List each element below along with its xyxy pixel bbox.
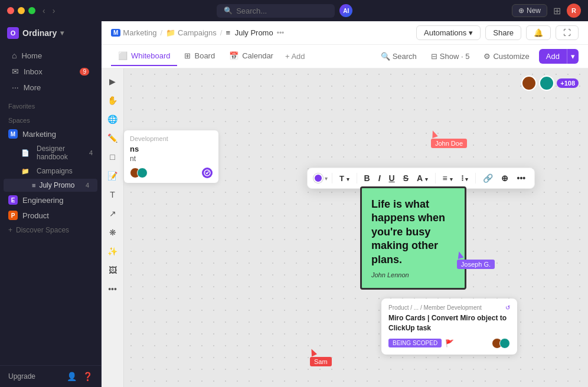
add-view-button[interactable]: + Add xyxy=(280,47,310,65)
task-title: Miro Cards | Convert Miro object to Clic… xyxy=(388,313,510,333)
close-window-btn[interactable] xyxy=(7,7,14,14)
more-tools[interactable]: ••• xyxy=(104,281,121,297)
main-layout: O Ordinary ▾ ⌂ Home ✉ Inbox 9 ··· More F… xyxy=(0,21,588,387)
user-avatar[interactable]: R xyxy=(567,4,581,18)
tab-board[interactable]: ⊞ Board xyxy=(177,47,222,66)
campaigns-icon: 📁 xyxy=(21,168,30,175)
sidebar-header: O Ordinary ▾ xyxy=(0,21,101,45)
new-button[interactable]: ⊕ New xyxy=(512,4,547,17)
task-card[interactable]: Product / ... / Member Development ↺ Mir… xyxy=(381,299,517,355)
whiteboard-canvas[interactable]: ▶ ✋ 🌐 ✏️ □ 📝 T ↗ ❋ ✨ 🖼 ••• +108 xyxy=(102,68,588,387)
sticky-tool[interactable]: 📝 xyxy=(104,168,121,184)
color-chevron: ▾ xyxy=(325,175,328,182)
sep-1: / xyxy=(160,28,162,37)
notifications-button[interactable]: 🔔 xyxy=(526,25,551,40)
board-icon: ⊞ xyxy=(184,51,191,60)
search-action[interactable]: 🔍 Search xyxy=(376,50,422,63)
show-icon: ⊟ xyxy=(431,52,437,61)
underline-tool[interactable]: U xyxy=(386,172,398,185)
plus-icon: ⊕ xyxy=(518,6,524,15)
maximize-window-btn[interactable] xyxy=(28,7,35,14)
window-controls xyxy=(7,7,35,14)
john-cursor: John Doe xyxy=(431,130,467,148)
list-icon: ≡ xyxy=(226,28,230,37)
mindmap-tool[interactable]: ❋ xyxy=(104,224,121,241)
sam-label: Sam xyxy=(310,357,332,366)
flag-icon: 🚩 xyxy=(445,339,454,347)
color-picker[interactable]: ▾ xyxy=(313,173,328,183)
chevron-down-icon: ▾ xyxy=(469,28,473,37)
sep2 xyxy=(357,173,357,183)
breadcrumb-campaigns[interactable]: 📁 Campaigns xyxy=(166,28,217,37)
sidebar-item-campaigns[interactable]: 📁 Campaigns xyxy=(0,165,101,178)
discover-spaces-link[interactable]: + Discover Spaces xyxy=(0,223,101,237)
search-bar[interactable]: 🔍 xyxy=(217,4,335,18)
upgrade-button[interactable]: Upgrade xyxy=(8,372,35,381)
customize-action[interactable]: ⚙ Customize xyxy=(479,50,534,63)
nav-back-btn[interactable]: ‹ xyxy=(40,5,48,17)
quote-author: John Lennon xyxy=(371,271,455,278)
sidebar-item-inbox[interactable]: ✉ Inbox 9 xyxy=(4,64,97,79)
link-tool[interactable]: 🔗 xyxy=(480,172,496,185)
minimize-window-btn[interactable] xyxy=(18,7,25,14)
pen-tool[interactable]: ✏️ xyxy=(104,130,121,146)
font-size-tool[interactable]: T ▾ xyxy=(337,172,352,185)
sidebar-item-marketing[interactable]: M Marketing xyxy=(0,127,101,141)
marketing-icon: M xyxy=(8,129,18,139)
align-tool[interactable]: ≡ ▾ xyxy=(440,172,456,185)
list-tool[interactable]: ⁝ ▾ xyxy=(458,172,472,185)
strikethrough-tool[interactable]: S xyxy=(400,172,411,185)
connector-tool[interactable]: ↗ xyxy=(104,205,121,222)
add-dropdown-button[interactable]: ▾ xyxy=(567,49,579,64)
workspace-name[interactable]: O Ordinary ▾ xyxy=(7,27,64,39)
breadcrumb-more[interactable]: ••• xyxy=(277,29,285,37)
tab-calendar[interactable]: 📅 Calendar xyxy=(222,47,280,66)
fullscreen-button[interactable]: ⛶ xyxy=(556,25,579,40)
text-color-tool[interactable]: A ▾ xyxy=(414,172,430,185)
hand-tool[interactable]: ✋ xyxy=(104,92,121,109)
ai-tool[interactable]: ✨ xyxy=(104,243,121,260)
gear-icon: ⚙ xyxy=(484,52,491,61)
grid-icon[interactable]: ⊞ xyxy=(553,5,561,17)
partial-card-header: Development xyxy=(130,135,213,142)
sidebar-item-designer-handbook[interactable]: 📄 Designer handbook 4 xyxy=(0,142,101,163)
partial-card-title1: ns xyxy=(130,145,213,153)
automations-button[interactable]: Automations ▾ xyxy=(416,25,481,40)
template-tool[interactable]: 🌐 xyxy=(104,111,121,127)
nav-arrows: ‹ › xyxy=(40,5,57,17)
ai-badge[interactable]: AI xyxy=(339,4,352,17)
help-icon[interactable]: ❓ xyxy=(83,372,93,381)
text-tool[interactable]: T xyxy=(104,186,121,203)
workspace-icon: O xyxy=(7,27,19,39)
share-button[interactable]: Share xyxy=(485,25,521,40)
italic-tool[interactable]: I xyxy=(375,172,384,185)
breadcrumb-marketing[interactable]: M Marketing xyxy=(111,28,156,37)
partial-card-title2: nt xyxy=(130,155,213,163)
shape-tool[interactable]: □ xyxy=(104,149,121,165)
show-action[interactable]: ⊟ Show · 5 xyxy=(426,50,475,63)
tabs-right: 🔍 Search ⊟ Show · 5 ⚙ Customize Add ▾ xyxy=(376,49,579,64)
select-tool[interactable]: ▶ xyxy=(104,73,121,90)
more-tool[interactable]: ••• xyxy=(514,172,528,185)
tab-whiteboard[interactable]: ⬜ Whiteboard xyxy=(111,47,177,66)
user-icon[interactable]: 👤 xyxy=(67,372,77,381)
home-icon: ⌂ xyxy=(12,51,17,60)
task-path: Product / ... / Member Development ↺ xyxy=(388,304,510,311)
breadcrumb-bar: M Marketing / 📁 Campaigns / ≡ July Promo… xyxy=(102,21,588,45)
search-input[interactable] xyxy=(236,6,319,15)
sidebar-item-more[interactable]: ··· More xyxy=(4,80,97,95)
strike-tool[interactable]: ⊕ xyxy=(498,172,511,185)
product-icon: P xyxy=(8,211,18,220)
quote-card[interactable]: Life is what happens when you're busy ma… xyxy=(360,186,466,290)
sidebar-item-home[interactable]: ⌂ Home xyxy=(4,48,97,63)
spaces-label: Spaces xyxy=(0,112,101,126)
nav-forward-btn[interactable]: › xyxy=(50,5,58,17)
sidebar-item-july-promo[interactable]: ≡ July Promo 4 xyxy=(4,179,97,192)
image-tool[interactable]: 🖼 xyxy=(104,262,121,278)
add-button[interactable]: Add xyxy=(539,49,567,64)
bold-tool[interactable]: B xyxy=(361,172,373,185)
partial-card-icon xyxy=(202,168,213,178)
partial-card-footer xyxy=(130,168,213,178)
sidebar-item-product[interactable]: P Product xyxy=(0,208,101,222)
sidebar-item-engineering[interactable]: E Engineering xyxy=(0,193,101,207)
